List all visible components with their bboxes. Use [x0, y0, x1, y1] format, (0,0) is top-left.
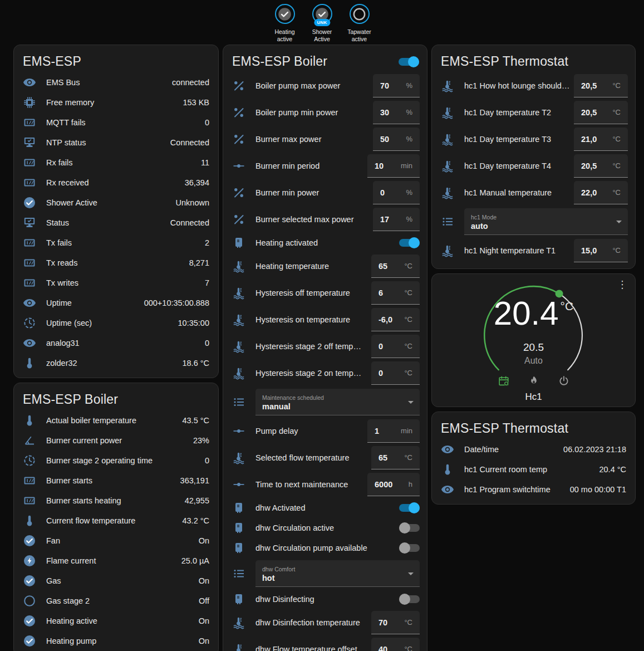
select-dhw-comfort[interactable]: dhw Comforthot: [255, 560, 420, 587]
entity-row-flame-current[interactable]: Flame current25.0 µA: [14, 551, 218, 571]
calendar-sync-icon[interactable]: [498, 375, 510, 387]
thermo-water-icon: [441, 186, 454, 199]
toggle-dhw-circulation-active[interactable]: [399, 524, 420, 532]
entity-row-burner-stage-2-operating-time[interactable]: Burner stage 2 operating time0: [14, 451, 218, 471]
number-input-hc1-manual-temperature[interactable]: 22,0°C: [574, 181, 628, 204]
number-input-hc1-night-temperature-t1[interactable]: 15,0°C: [574, 239, 628, 262]
number-input-burner-selected-max-power[interactable]: 17%: [373, 208, 420, 231]
number-input-pump-delay[interactable]: 1min: [367, 419, 420, 443]
entity-row-tx-fails[interactable]: Tx fails2: [14, 233, 218, 253]
entity-row-rx-received[interactable]: Rx received36,394: [14, 173, 218, 193]
card-title: EMS-ESP: [23, 54, 81, 69]
entity-value: 7: [205, 278, 209, 287]
number-input-selected-flow-temperature[interactable]: 65°C: [371, 446, 420, 469]
entity-row-current-flow-temperature[interactable]: Current flow temperature43.2 °C: [14, 511, 218, 531]
entity-value: 10:35:00: [178, 319, 209, 327]
entity-row-time-to-next-maintenance: Time to next maintenance6000h: [223, 471, 427, 498]
number-input-hysteresis-off-temperature[interactable]: 6°C: [371, 281, 420, 305]
number-input-burner-min-power[interactable]: 0%: [373, 181, 420, 204]
entity-label: Heating pump: [46, 637, 194, 645]
entity-value: 43.5 °C: [182, 416, 209, 425]
entity-row-hc1-program-switchtime[interactable]: hc1 Program switchtime00 mo 00:00 T1: [432, 479, 635, 500]
badge-heating-active[interactable]: Heating active: [269, 4, 301, 42]
number-input-hc1-day-temperature-t4[interactable]: 20,5°C: [574, 154, 628, 178]
entity-row-burner-starts[interactable]: Burner starts363,191: [14, 471, 218, 491]
counter-icon: [23, 276, 36, 290]
number-value: 0: [378, 342, 383, 351]
number-input-burner-max-power[interactable]: 50%: [373, 128, 420, 151]
entity-row-heating-pump[interactable]: Heating pumpOn: [14, 631, 218, 651]
entity-row-zolder32[interactable]: zolder3218.6 °C: [14, 353, 218, 373]
boiler-master-toggle[interactable]: [399, 58, 419, 66]
entity-row-mqtt-fails[interactable]: MQTT fails0: [14, 112, 218, 133]
menu-kebab-icon[interactable]: ⋮: [617, 280, 627, 290]
number-input-heating-temperature[interactable]: 65°C: [371, 254, 420, 278]
entity-row-burner-current-power[interactable]: Burner current power23%: [14, 430, 218, 451]
thermo-water-icon: [232, 340, 245, 353]
number-input-burner-min-period[interactable]: 10min: [367, 154, 420, 178]
entity-row-hc1-current-room-temp[interactable]: hc1 Current room temp20.4 °C: [432, 459, 635, 479]
entity-row-actual-boiler-temperature[interactable]: Actual boiler temperature43.5 °C: [14, 410, 218, 430]
number-input-time-to-next-maintenance[interactable]: 6000h: [367, 473, 420, 496]
power-icon[interactable]: [558, 375, 570, 387]
toggle-heating-activated[interactable]: [399, 239, 420, 247]
entity-row-hysteresis-on-temperature: Hysteresis on temperature-6,0°C: [223, 306, 427, 333]
entity-row-ems-bus[interactable]: EMS Busconnected: [14, 72, 218, 92]
entity-row-analog31[interactable]: analog310: [14, 333, 218, 353]
entity-row-rx-fails[interactable]: Rx fails11: [14, 153, 218, 173]
toggle-dhw-disinfecting[interactable]: [399, 595, 420, 603]
number-input-hysteresis-on-temperature[interactable]: -6,0°C: [371, 308, 420, 331]
entity-row-status[interactable]: StatusConnected: [14, 213, 218, 233]
check-circle-icon: [23, 614, 36, 628]
badge-shower-active[interactable]: UNKShower Active: [306, 4, 338, 42]
fire-icon[interactable]: [528, 375, 540, 387]
number-input-boiler-pump-min-power[interactable]: 30%: [373, 101, 420, 124]
entity-row-gas[interactable]: GasOn: [14, 571, 218, 591]
number-input-hc1-day-temperature-t2[interactable]: 20,5°C: [574, 101, 628, 124]
select-field-value: hot: [262, 574, 403, 583]
number-input-dhw-flow-temperature-offset[interactable]: 40°C: [371, 638, 420, 651]
number-input-hc1-how-hot-lounge-should[interactable]: 20,5°C: [574, 74, 628, 97]
number-input-dhw-disinfection-temperature[interactable]: 70°C: [371, 611, 420, 634]
badge-tapwater-active[interactable]: Tapwater active: [343, 4, 376, 42]
entity-row-uptime-sec[interactable]: Uptime (sec)10:35:00: [14, 313, 218, 333]
select-maintenance-scheduled[interactable]: Maintenance scheduledmanual: [255, 389, 420, 415]
number-input-boiler-pump-max-power[interactable]: 70%: [373, 74, 420, 97]
entity-row-burner-starts-heating[interactable]: Burner starts heating42,955: [14, 491, 218, 511]
toggle-dhw-activated[interactable]: [399, 504, 420, 512]
entity-value: 0: [205, 456, 209, 465]
entity-row-dhw-activated: dhw Activated: [223, 498, 427, 518]
select-field-label: Maintenance scheduled: [262, 394, 403, 401]
thermo-water-icon: [441, 133, 454, 146]
thermo-water-icon: [232, 451, 245, 464]
number-value: -6,0: [378, 315, 392, 324]
entity-label: Time to next maintenance: [255, 480, 367, 489]
card-thermostat-sensors: EMS-ESP Thermostat Date/time06.02.2023 2…: [431, 412, 636, 505]
entity-row-shower-active[interactable]: Shower ActiveUnknown: [14, 193, 218, 213]
entity-value: 153 KB: [183, 98, 209, 107]
toggle-thumb: [408, 56, 419, 67]
toggle-dhw-circulation-pump-available[interactable]: [399, 544, 420, 552]
number-input-hysteresis-stage-2-off-temp[interactable]: 0°C: [371, 335, 420, 358]
entity-row-boiler-pump-min-power: Boiler pump min power30%: [223, 99, 427, 126]
entity-value: 000+10:35:00.888: [144, 298, 209, 307]
entity-label: dhw Activated: [255, 503, 399, 512]
entity-row-fan[interactable]: FanOn: [14, 531, 218, 551]
thermometer-icon: [441, 463, 454, 476]
number-input-hysteresis-stage-2-on-temp[interactable]: 0°C: [371, 361, 420, 385]
entity-row-heating-active[interactable]: Heating activeOn: [14, 611, 218, 631]
entity-row-date-time[interactable]: Date/time06.02.2023 21:18: [432, 439, 635, 459]
number-input-hc1-day-temperature-t3[interactable]: 21,0°C: [574, 128, 628, 151]
number-value: 20,5: [581, 161, 597, 170]
entity-row-gas-stage-2[interactable]: Gas stage 2Off: [14, 591, 218, 611]
number-unit: °C: [612, 161, 621, 170]
entity-row-uptime[interactable]: Uptime000+10:35:00.888: [14, 293, 218, 313]
entity-row-ntp-status[interactable]: NTP statusConnected: [14, 133, 218, 153]
entity-row-free-memory[interactable]: Free memory153 KB: [14, 92, 218, 112]
select-hc1-mode[interactable]: hc1 Modeauto: [464, 208, 628, 235]
entity-row-tx-reads[interactable]: Tx reads8,271: [14, 253, 218, 273]
entity-row-tx-writes[interactable]: Tx writes7: [14, 273, 218, 293]
number-unit: %: [406, 188, 412, 197]
entity-value: 25.0 µA: [181, 556, 209, 565]
entity-row-dhw-circulation-pump-available: dhw Circulation pump available: [223, 538, 427, 558]
